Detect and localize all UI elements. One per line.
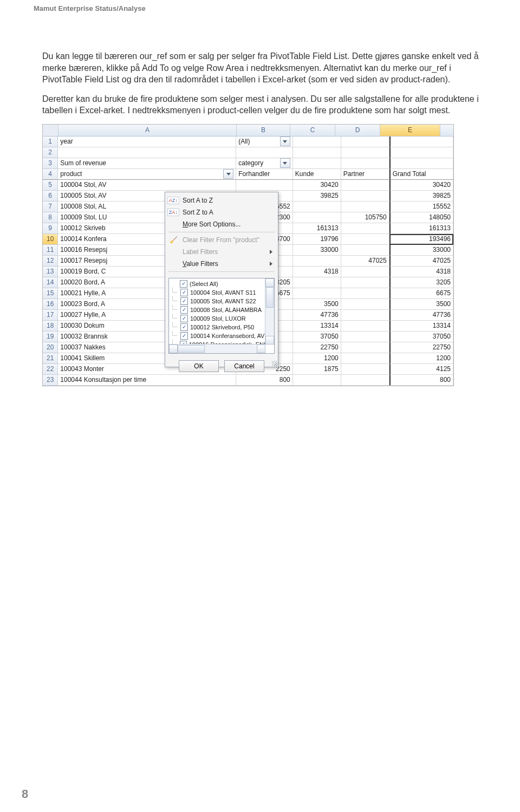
- cell[interactable]: [341, 277, 389, 288]
- cell[interactable]: [341, 342, 389, 353]
- cell[interactable]: 47025: [341, 256, 389, 267]
- cell[interactable]: 4125: [389, 364, 453, 375]
- cell[interactable]: [341, 202, 389, 212]
- checkbox-icon[interactable]: ✓: [180, 280, 187, 288]
- cell[interactable]: 47736: [293, 310, 341, 321]
- cell[interactable]: 13314: [389, 321, 453, 332]
- row-header[interactable]: 7: [43, 202, 58, 212]
- cell[interactable]: 47025: [389, 256, 453, 267]
- checkbox-icon[interactable]: ✓: [180, 315, 188, 322]
- checkbox-icon[interactable]: ✓: [180, 306, 188, 314]
- row-header[interactable]: 1: [43, 137, 58, 147]
- sort-az-item[interactable]: AZ↓ Sort A to Z: [165, 194, 278, 206]
- cell-A1[interactable]: year: [58, 137, 236, 147]
- cell-E3[interactable]: [389, 158, 453, 169]
- cell[interactable]: 3500: [293, 299, 341, 310]
- cell[interactable]: [293, 212, 341, 223]
- row-header[interactable]: 12: [43, 256, 58, 267]
- filter-checkbox-item[interactable]: ✓100009 Stol, LUXOR: [169, 314, 265, 323]
- cell[interactable]: 33000: [389, 245, 453, 256]
- cell-B4[interactable]: Forhandler: [236, 169, 293, 180]
- col-header-B[interactable]: B: [237, 125, 290, 136]
- cell[interactable]: [341, 364, 389, 375]
- filter-checkbox-item[interactable]: ✓100005 Stol, AVANT S22: [169, 297, 265, 306]
- row-header[interactable]: 9: [43, 223, 58, 234]
- cell[interactable]: 39825: [389, 191, 453, 202]
- col-header-C[interactable]: C: [290, 125, 335, 136]
- row-header[interactable]: 5: [43, 180, 58, 191]
- cancel-button[interactable]: Cancel: [224, 360, 264, 372]
- cell[interactable]: [341, 321, 389, 332]
- scroll-left-button[interactable]: [169, 345, 178, 353]
- cell-C1[interactable]: [293, 137, 341, 147]
- select-all-corner[interactable]: [43, 125, 58, 136]
- cell[interactable]: 800: [389, 375, 453, 386]
- cell-B2[interactable]: [236, 147, 293, 158]
- row-header[interactable]: 8: [43, 212, 58, 223]
- row-header[interactable]: 22: [43, 364, 58, 375]
- cell[interactable]: 39825: [293, 191, 341, 202]
- cell-D1[interactable]: [341, 137, 389, 147]
- filter-checkbox-item[interactable]: ✓100004 Stol, AVANT S11: [169, 288, 265, 297]
- cell[interactable]: 1875: [293, 364, 341, 375]
- cell[interactable]: 30420: [293, 180, 341, 191]
- cell-A4[interactable]: product: [58, 169, 236, 180]
- cell[interactable]: [236, 180, 293, 191]
- cell-C2[interactable]: [293, 147, 341, 158]
- cell[interactable]: [341, 180, 389, 191]
- cell[interactable]: [341, 245, 389, 256]
- row-header[interactable]: 13: [43, 267, 58, 277]
- cell[interactable]: [341, 332, 389, 342]
- col-header-D[interactable]: D: [335, 125, 380, 136]
- row-header[interactable]: 18: [43, 321, 58, 332]
- horizontal-scrollbar[interactable]: [169, 344, 265, 353]
- cell[interactable]: 30420: [389, 180, 453, 191]
- cell[interactable]: 3500: [389, 299, 453, 310]
- filter-dropdown-icon[interactable]: [280, 158, 290, 168]
- row-header[interactable]: 11: [43, 245, 58, 256]
- cell[interactable]: 3205: [389, 277, 453, 288]
- cell[interactable]: 100004 Stol, AV: [58, 180, 236, 191]
- col-header-A[interactable]: A: [58, 125, 237, 136]
- cell[interactable]: 105750: [341, 212, 389, 223]
- ok-button[interactable]: OK: [179, 360, 219, 372]
- filter-dropdown-icon[interactable]: [223, 169, 233, 179]
- row-header[interactable]: 23: [43, 375, 58, 386]
- checkbox-icon[interactable]: ✓: [180, 297, 188, 305]
- row-header[interactable]: 17: [43, 310, 58, 321]
- row-header[interactable]: 16: [43, 299, 58, 310]
- cell[interactable]: 22750: [293, 342, 341, 353]
- checkbox-icon[interactable]: ✓: [180, 332, 188, 340]
- cell[interactable]: [341, 299, 389, 310]
- cell-D2[interactable]: [341, 147, 389, 158]
- scroll-thumb[interactable]: [266, 287, 274, 308]
- cell[interactable]: 148050: [389, 212, 453, 223]
- row-header[interactable]: 14: [43, 277, 58, 288]
- col-header-E[interactable]: E: [380, 125, 440, 136]
- cell-E4[interactable]: Grand Total: [389, 169, 453, 180]
- cell[interactable]: 19796: [293, 234, 341, 245]
- filter-checkbox-item[interactable]: ✓100014 Konferansebord, AV: [169, 332, 265, 340]
- row-header[interactable]: 20: [43, 342, 58, 353]
- filter-checkbox-item[interactable]: ✓(Select All): [169, 280, 265, 288]
- cell[interactable]: [341, 223, 389, 234]
- cell[interactable]: [341, 310, 389, 321]
- cell[interactable]: [341, 267, 389, 277]
- scroll-right-button[interactable]: [257, 345, 265, 353]
- cell-E2[interactable]: [389, 147, 453, 158]
- cell[interactable]: 37050: [293, 332, 341, 342]
- cell[interactable]: 13314: [293, 321, 341, 332]
- row-header[interactable]: 10: [43, 234, 58, 245]
- row-header[interactable]: 4: [43, 169, 58, 180]
- cell[interactable]: 193496: [389, 234, 453, 245]
- cell[interactable]: [341, 234, 389, 245]
- row-header[interactable]: 15: [43, 288, 58, 299]
- vertical-scrollbar[interactable]: [265, 278, 274, 345]
- row-header[interactable]: 19: [43, 332, 58, 342]
- cell-E1[interactable]: [389, 137, 453, 147]
- checkbox-icon[interactable]: ✓: [180, 323, 188, 331]
- cell[interactable]: 4318: [389, 267, 453, 277]
- cell[interactable]: 1200: [293, 353, 341, 364]
- row-header[interactable]: 21: [43, 353, 58, 364]
- cell[interactable]: 161313: [389, 223, 453, 234]
